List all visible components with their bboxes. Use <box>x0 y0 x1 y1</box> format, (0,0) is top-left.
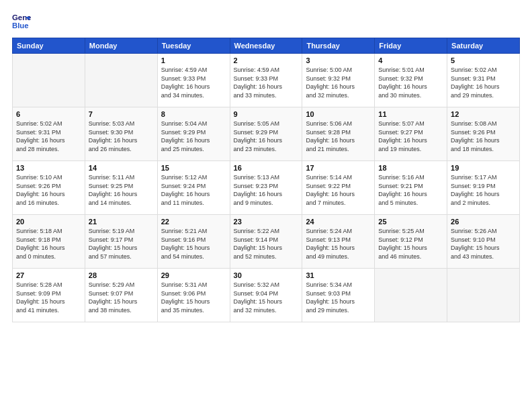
calendar: SundayMondayTuesdayWednesdayThursdayFrid… <box>12 38 520 322</box>
day-number: 13 <box>16 164 81 172</box>
calendar-cell: 30Sunrise: 5:32 AM Sunset: 9:04 PM Dayli… <box>230 269 302 322</box>
week-row-3: 13Sunrise: 5:10 AM Sunset: 9:26 PM Dayli… <box>13 161 520 215</box>
day-info: Sunrise: 5:22 AM Sunset: 9:14 PM Dayligh… <box>234 227 299 261</box>
day-info: Sunrise: 5:31 AM Sunset: 9:06 PM Dayligh… <box>161 281 226 314</box>
calendar-cell: 1Sunrise: 4:59 AM Sunset: 9:33 PM Daylig… <box>157 54 230 107</box>
day-number: 20 <box>16 218 81 226</box>
day-number: 8 <box>161 110 226 118</box>
weekday-header-saturday: Saturday <box>447 38 520 54</box>
calendar-cell: 10Sunrise: 5:06 AM Sunset: 9:28 PM Dayli… <box>302 107 375 161</box>
calendar-cell: 14Sunrise: 5:11 AM Sunset: 9:25 PM Dayli… <box>85 161 157 215</box>
weekday-header-sunday: Sunday <box>13 38 85 54</box>
day-number: 10 <box>306 110 371 118</box>
day-info: Sunrise: 5:32 AM Sunset: 9:04 PM Dayligh… <box>234 281 299 314</box>
day-number: 16 <box>234 164 299 172</box>
week-row-5: 27Sunrise: 5:28 AM Sunset: 9:09 PM Dayli… <box>13 269 520 322</box>
day-info: Sunrise: 5:34 AM Sunset: 9:03 PM Dayligh… <box>306 281 371 314</box>
day-info: Sunrise: 5:00 AM Sunset: 9:32 PM Dayligh… <box>306 66 371 99</box>
calendar-cell <box>85 54 157 107</box>
calendar-cell: 6Sunrise: 5:02 AM Sunset: 9:31 PM Daylig… <box>13 107 85 161</box>
day-info: Sunrise: 5:06 AM Sunset: 9:28 PM Dayligh… <box>306 120 371 153</box>
day-info: Sunrise: 5:26 AM Sunset: 9:10 PM Dayligh… <box>451 227 516 261</box>
calendar-cell <box>447 269 520 322</box>
calendar-cell: 8Sunrise: 5:04 AM Sunset: 9:29 PM Daylig… <box>157 107 230 161</box>
day-info: Sunrise: 5:02 AM Sunset: 9:31 PM Dayligh… <box>451 66 516 99</box>
day-number: 30 <box>234 271 299 279</box>
calendar-cell: 23Sunrise: 5:22 AM Sunset: 9:14 PM Dayli… <box>230 215 302 269</box>
day-info: Sunrise: 4:59 AM Sunset: 9:33 PM Dayligh… <box>161 66 226 99</box>
day-number: 9 <box>234 110 299 118</box>
day-info: Sunrise: 5:02 AM Sunset: 9:31 PM Dayligh… <box>16 120 81 153</box>
day-info: Sunrise: 5:18 AM Sunset: 9:18 PM Dayligh… <box>16 227 81 261</box>
day-number: 27 <box>16 271 81 279</box>
day-number: 29 <box>161 271 226 279</box>
day-number: 3 <box>306 56 371 64</box>
day-info: Sunrise: 5:13 AM Sunset: 9:23 PM Dayligh… <box>234 173 299 207</box>
calendar-cell: 21Sunrise: 5:19 AM Sunset: 9:17 PM Dayli… <box>85 215 157 269</box>
weekday-header-friday: Friday <box>375 38 447 54</box>
calendar-cell: 7Sunrise: 5:03 AM Sunset: 9:30 PM Daylig… <box>85 107 157 161</box>
day-number: 28 <box>89 271 154 279</box>
day-number: 1 <box>161 56 226 64</box>
week-row-4: 20Sunrise: 5:18 AM Sunset: 9:18 PM Dayli… <box>13 215 520 269</box>
calendar-cell: 16Sunrise: 5:13 AM Sunset: 9:23 PM Dayli… <box>230 161 302 215</box>
day-info: Sunrise: 5:16 AM Sunset: 9:21 PM Dayligh… <box>378 173 443 207</box>
calendar-cell: 18Sunrise: 5:16 AM Sunset: 9:21 PM Dayli… <box>375 161 447 215</box>
day-number: 11 <box>378 110 443 118</box>
day-number: 21 <box>89 218 154 226</box>
calendar-cell: 9Sunrise: 5:05 AM Sunset: 9:29 PM Daylig… <box>230 107 302 161</box>
svg-text:Blue: Blue <box>12 21 29 30</box>
calendar-cell <box>13 54 85 107</box>
calendar-cell: 19Sunrise: 5:17 AM Sunset: 9:19 PM Dayli… <box>447 161 520 215</box>
day-info: Sunrise: 5:24 AM Sunset: 9:13 PM Dayligh… <box>306 227 371 261</box>
day-info: Sunrise: 5:10 AM Sunset: 9:26 PM Dayligh… <box>16 173 81 207</box>
day-info: Sunrise: 5:07 AM Sunset: 9:27 PM Dayligh… <box>378 120 443 153</box>
day-number: 15 <box>161 164 226 172</box>
day-info: Sunrise: 5:19 AM Sunset: 9:17 PM Dayligh… <box>89 227 154 261</box>
calendar-cell: 4Sunrise: 5:01 AM Sunset: 9:32 PM Daylig… <box>375 54 447 107</box>
day-number: 12 <box>451 110 516 118</box>
day-number: 5 <box>451 56 516 64</box>
calendar-cell: 29Sunrise: 5:31 AM Sunset: 9:06 PM Dayli… <box>157 269 230 322</box>
day-number: 31 <box>306 271 371 279</box>
calendar-cell: 11Sunrise: 5:07 AM Sunset: 9:27 PM Dayli… <box>375 107 447 161</box>
weekday-header-monday: Monday <box>85 38 157 54</box>
day-number: 2 <box>234 56 299 64</box>
header: General Blue <box>12 12 520 31</box>
day-number: 14 <box>89 164 154 172</box>
calendar-cell: 17Sunrise: 5:14 AM Sunset: 9:22 PM Dayli… <box>302 161 375 215</box>
weekday-header-row: SundayMondayTuesdayWednesdayThursdayFrid… <box>13 38 520 54</box>
calendar-cell: 26Sunrise: 5:26 AM Sunset: 9:10 PM Dayli… <box>447 215 520 269</box>
day-info: Sunrise: 5:21 AM Sunset: 9:16 PM Dayligh… <box>161 227 226 261</box>
day-number: 6 <box>16 110 81 118</box>
day-number: 26 <box>451 218 516 226</box>
calendar-cell: 27Sunrise: 5:28 AM Sunset: 9:09 PM Dayli… <box>13 269 85 322</box>
calendar-cell: 31Sunrise: 5:34 AM Sunset: 9:03 PM Dayli… <box>302 269 375 322</box>
day-info: Sunrise: 5:05 AM Sunset: 9:29 PM Dayligh… <box>234 120 299 153</box>
day-number: 7 <box>89 110 154 118</box>
calendar-cell: 13Sunrise: 5:10 AM Sunset: 9:26 PM Dayli… <box>13 161 85 215</box>
day-info: Sunrise: 5:25 AM Sunset: 9:12 PM Dayligh… <box>378 227 443 261</box>
calendar-cell: 25Sunrise: 5:25 AM Sunset: 9:12 PM Dayli… <box>375 215 447 269</box>
day-number: 23 <box>234 218 299 226</box>
calendar-cell: 12Sunrise: 5:08 AM Sunset: 9:26 PM Dayli… <box>447 107 520 161</box>
week-row-1: 1Sunrise: 4:59 AM Sunset: 9:33 PM Daylig… <box>13 54 520 107</box>
weekday-header-thursday: Thursday <box>302 38 375 54</box>
day-info: Sunrise: 5:01 AM Sunset: 9:32 PM Dayligh… <box>378 66 443 99</box>
calendar-cell: 3Sunrise: 5:00 AM Sunset: 9:32 PM Daylig… <box>302 54 375 107</box>
weekday-header-tuesday: Tuesday <box>157 38 230 54</box>
calendar-cell: 22Sunrise: 5:21 AM Sunset: 9:16 PM Dayli… <box>157 215 230 269</box>
day-number: 22 <box>161 218 226 226</box>
calendar-cell: 20Sunrise: 5:18 AM Sunset: 9:18 PM Dayli… <box>13 215 85 269</box>
page: General Blue SundayMondayTuesdayWednesda… <box>0 0 532 411</box>
day-info: Sunrise: 5:28 AM Sunset: 9:09 PM Dayligh… <box>16 281 81 314</box>
day-info: Sunrise: 5:04 AM Sunset: 9:29 PM Dayligh… <box>161 120 226 153</box>
day-number: 24 <box>306 218 371 226</box>
day-info: Sunrise: 5:03 AM Sunset: 9:30 PM Dayligh… <box>89 120 154 153</box>
calendar-cell: 15Sunrise: 5:12 AM Sunset: 9:24 PM Dayli… <box>157 161 230 215</box>
calendar-cell: 2Sunrise: 4:59 AM Sunset: 9:33 PM Daylig… <box>230 54 302 107</box>
day-info: Sunrise: 5:29 AM Sunset: 9:07 PM Dayligh… <box>89 281 154 314</box>
day-info: Sunrise: 5:08 AM Sunset: 9:26 PM Dayligh… <box>451 120 516 153</box>
logo: General Blue <box>12 12 34 31</box>
day-number: 18 <box>378 164 443 172</box>
